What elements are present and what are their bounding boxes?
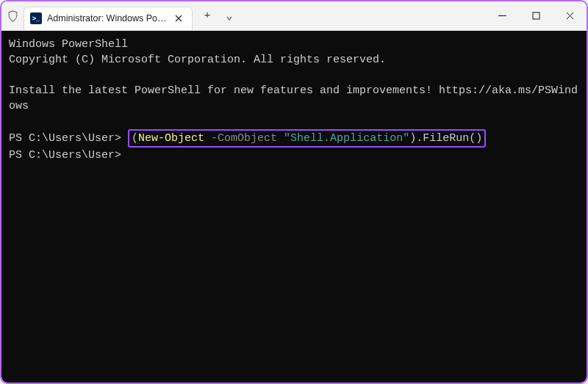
window-controls: [485, 1, 587, 31]
tab-title: Administrator: Windows Powe: [47, 13, 168, 23]
powershell-icon: >_: [30, 12, 42, 24]
close-button[interactable]: [553, 1, 587, 31]
prompt-2: PS C:\Users\User>: [9, 149, 128, 162]
cmd-method: .FileRun(): [416, 132, 482, 145]
tab-close-button[interactable]: [173, 12, 184, 24]
terminal-viewport[interactable]: Windows PowerShell Copyright (C) Microso…: [1, 31, 587, 383]
maximize-button[interactable]: [519, 1, 553, 31]
cmd-string: "Shell.Application": [284, 132, 409, 145]
install-notice: Install the latest PowerShell for new fe…: [9, 84, 578, 112]
cmd-space: [277, 132, 284, 145]
titlebar[interactable]: >_ Administrator: Windows Powe + ⌄: [1, 1, 587, 31]
svg-rect-0: [533, 12, 539, 19]
shield-icon: [1, 10, 24, 22]
tab-dropdown-button[interactable]: ⌄: [219, 6, 240, 26]
tab-actions: + ⌄: [193, 6, 244, 26]
cmd-param: -ComObject: [211, 132, 277, 145]
prompt-1: PS C:\Users\User>: [9, 132, 128, 145]
cmd-space: [204, 132, 211, 145]
minimize-button[interactable]: [485, 1, 519, 31]
new-tab-button[interactable]: +: [197, 6, 218, 26]
banner-line-2: Copyright (C) Microsoft Corporation. All…: [9, 54, 386, 66]
tab-active[interactable]: >_ Administrator: Windows Powe: [24, 7, 193, 30]
cmd-cmdlet: New-Object: [138, 132, 204, 145]
highlighted-command: (New-Object -ComObject "Shell.Applicatio…: [128, 129, 486, 148]
cmd-close-paren: ): [409, 132, 416, 145]
terminal-window: >_ Administrator: Windows Powe + ⌄ Windo…: [1, 1, 587, 383]
banner-line-1: Windows PowerShell: [9, 38, 128, 51]
cmd-open-paren: (: [132, 132, 138, 145]
